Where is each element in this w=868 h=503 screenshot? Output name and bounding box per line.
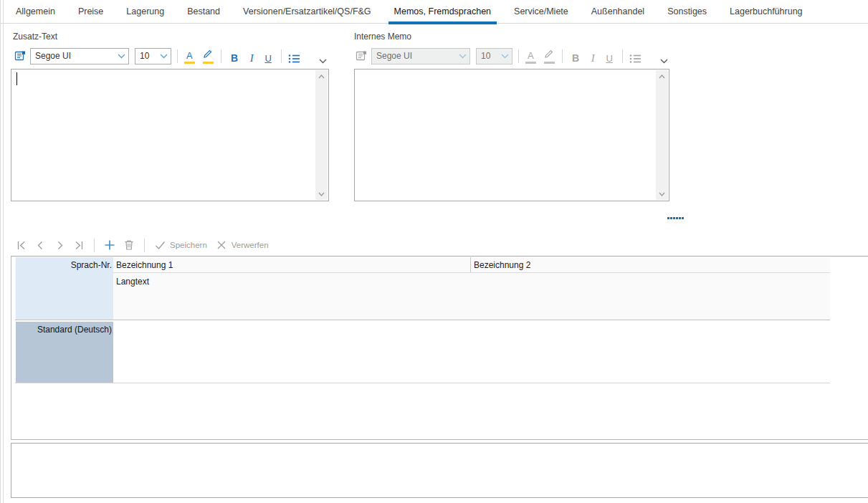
chevron-down-icon [501, 51, 509, 61]
toolbar-separator [518, 49, 519, 63]
toolbar-separator [281, 49, 282, 63]
font-family-select: Segoe UI [371, 48, 470, 64]
tab-preise[interactable]: Preise [78, 0, 103, 24]
toolbar-overflow-button[interactable] [658, 48, 671, 64]
tab-versionen-ersatzartikel[interactable]: Versionen/Ersatzartikel/QS/F&G [243, 0, 371, 24]
font-color-button: A [524, 48, 537, 64]
header-bottom-divider [15, 320, 830, 320]
bullet-list-button[interactable] [288, 48, 301, 64]
internes-memo-toolbar: Segoe UI 10 A B [356, 47, 671, 64]
toolbar-separator [622, 49, 623, 63]
chevron-down-icon [459, 51, 467, 61]
chevron-down-icon [118, 51, 125, 61]
column-separator [470, 257, 471, 272]
zusatz-text-label: Zusatz-Text [13, 32, 57, 42]
toolbar-separator [221, 49, 221, 63]
internes-memo-label: Internes Memo [354, 32, 411, 42]
pencil-icon [543, 48, 555, 61]
underline-button: U [603, 48, 616, 64]
font-size-value: 10 [140, 51, 149, 61]
tab-service-miete[interactable]: Service/Miete [514, 0, 568, 24]
text-module-icon[interactable] [14, 50, 27, 62]
font-color-button[interactable]: A [183, 48, 196, 64]
tab-aussenhandel[interactable]: Außenhandel [591, 0, 644, 24]
scroll-up-button[interactable] [315, 70, 328, 82]
header-divider [113, 272, 830, 273]
last-record-button[interactable] [72, 239, 85, 252]
tab-bestand[interactable]: Bestand [187, 0, 220, 24]
tab-lagerung[interactable]: Lagerung [126, 0, 164, 24]
row-divider [15, 383, 830, 383]
toolbar-separator [144, 239, 145, 252]
zusatz-text-toolbar: Segoe UI 10 A B [14, 47, 330, 64]
col-header-bezeichnung-1: Bezeichnung 1 [116, 260, 173, 270]
save-button[interactable] [153, 239, 166, 252]
tab-sonstiges[interactable]: Sonstiges [667, 0, 707, 24]
trash-icon [123, 239, 135, 251]
tab-bar: Allgemein Preise Lagerung Bestand Versio… [0, 0, 868, 24]
grid-row-standard-deutsch[interactable]: Standard (Deutsch) [15, 321, 830, 383]
chevron-down-icon [319, 59, 327, 64]
tab-allgemein[interactable]: Allgemein [16, 0, 55, 24]
tab-memos-fremdsprachen[interactable]: Memos, Fremdsprachen [394, 0, 491, 24]
font-size-select: 10 [476, 48, 512, 64]
toolbar-separator [94, 239, 95, 252]
text-caret [16, 72, 17, 85]
chevron-down-icon [660, 59, 668, 64]
font-family-value: Segoe UI [35, 51, 71, 61]
chevron-down-icon [160, 51, 168, 61]
highlight-color-button [543, 48, 555, 64]
toolbar-separator [562, 49, 563, 63]
next-record-button[interactable] [53, 239, 66, 252]
italic-button[interactable]: I [245, 48, 258, 64]
scroll-down-button[interactable] [656, 188, 668, 200]
internes-memo-editor[interactable] [354, 69, 669, 201]
delete-record-button[interactable] [123, 239, 135, 252]
window-edge [0, 0, 4, 503]
scroll-up-button[interactable] [656, 70, 668, 82]
language-grid: Sprach-Nr. Bezeichnung 1 Bezeichnung 2 L… [11, 256, 868, 440]
save-button-label[interactable]: Speichern [170, 241, 207, 249]
memos-fremdsprachen-page: Allgemein Preise Lagerung Bestand Versio… [0, 0, 868, 503]
previous-record-button[interactable] [34, 239, 47, 252]
toolbar-separator [177, 49, 178, 63]
underline-button[interactable]: U [262, 48, 275, 64]
check-icon [155, 241, 166, 250]
bullet-list-icon [288, 54, 300, 64]
discard-button[interactable] [215, 239, 228, 252]
first-record-button[interactable] [14, 239, 27, 252]
col-header-langtext: Langtext [116, 277, 149, 287]
font-family-value: Segoe UI [376, 51, 412, 61]
bold-button[interactable]: B [228, 48, 241, 64]
font-size-value: 10 [481, 51, 490, 61]
zusatz-text-editor[interactable] [11, 69, 329, 201]
langtext-editor[interactable] [11, 443, 868, 498]
font-size-select[interactable]: 10 [135, 48, 171, 64]
cell-bezeichnung-langtext[interactable] [113, 322, 829, 383]
bullet-list-icon [629, 54, 642, 64]
scrollbar[interactable] [315, 70, 328, 200]
add-record-button[interactable] [103, 239, 116, 252]
highlight-color-button[interactable] [201, 48, 214, 64]
font-family-select[interactable]: Segoe UI [30, 48, 129, 64]
resize-handle-dots[interactable] [667, 217, 684, 219]
italic-button: I [586, 48, 599, 64]
scroll-down-button[interactable] [315, 188, 328, 200]
text-module-icon [356, 50, 368, 62]
tab-lagerbuchfuehrung[interactable]: Lagerbuchführung [730, 0, 802, 24]
col-header-bezeichnung-2: Bezeichnung 2 [474, 260, 530, 270]
record-toolbar: Speichern Verwerfen [14, 236, 269, 254]
col-header-sprach-nr: Sprach-Nr. [16, 257, 113, 320]
discard-button-label[interactable]: Verwerfen [232, 241, 269, 249]
scrollbar[interactable] [656, 70, 668, 200]
bullet-list-button [629, 48, 642, 64]
cell-sprach-nr[interactable]: Standard (Deutsch) [16, 322, 113, 383]
toolbar-overflow-button[interactable] [317, 48, 330, 64]
highlight-color-swatch [203, 62, 214, 64]
font-color-swatch [525, 62, 536, 64]
bold-button: B [569, 48, 582, 64]
highlight-color-swatch [544, 62, 555, 64]
x-icon [216, 240, 226, 250]
pencil-icon [202, 48, 214, 61]
font-color-swatch [184, 62, 195, 64]
